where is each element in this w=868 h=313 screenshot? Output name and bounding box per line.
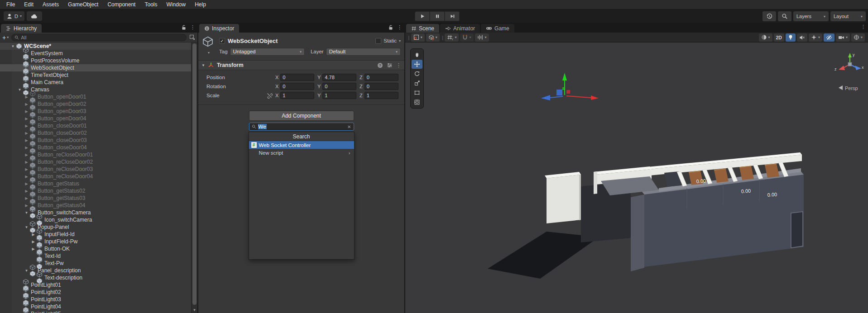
hierarchy-row[interactable]: ▶ Button_openDoor02 xyxy=(0,100,191,108)
hierarchy-row[interactable]: ▶ Button_closeDoor01 xyxy=(0,122,191,129)
menu-item[interactable]: Window xyxy=(162,0,190,9)
foldout-arrow[interactable]: ▶ xyxy=(24,175,29,179)
transform-component-header[interactable]: ▼ Transform ? ⋮ xyxy=(198,60,404,70)
hierarchy-row[interactable]: ▶ InputField-Pw xyxy=(0,238,191,245)
layout-dropdown[interactable]: Layout▾ xyxy=(830,11,866,21)
axis-value-field[interactable]: 0 xyxy=(280,74,314,81)
clear-search-icon[interactable]: ✕ xyxy=(347,124,351,129)
foldout-arrow[interactable]: ▶ xyxy=(24,196,29,200)
axis-value-field[interactable]: 1 xyxy=(280,92,314,99)
foldout-arrow[interactable]: ▶ xyxy=(24,204,29,208)
foldout-arrow[interactable]: ▶ xyxy=(24,95,29,99)
foldout-arrow[interactable]: ▶ xyxy=(24,146,29,150)
active-checkbox[interactable]: ✓ xyxy=(219,38,225,44)
add-component-button[interactable]: Add Component xyxy=(249,111,354,121)
axis-value-field[interactable]: 0 xyxy=(364,83,398,90)
menu-item[interactable]: Tools xyxy=(140,0,162,9)
axis-value-field[interactable]: 0 xyxy=(364,74,398,81)
menu-item[interactable]: File xyxy=(2,0,19,9)
account-button[interactable]: D ▾ xyxy=(4,11,24,21)
hierarchy-row[interactable]: ▶ Button_getStatus04 xyxy=(0,202,191,209)
effects-button[interactable]: ▾ xyxy=(809,33,822,42)
hierarchy-row[interactable]: Text-Pw xyxy=(0,260,191,267)
axis-value-field[interactable]: 1 xyxy=(322,92,356,99)
foldout-arrow[interactable]: ▶ xyxy=(30,247,36,251)
hierarchy-row[interactable]: ▶ Button_closeDoor02 xyxy=(0,129,191,137)
menu-item[interactable]: Assets xyxy=(38,0,63,9)
foldout-arrow[interactable]: ▼ xyxy=(10,44,16,48)
hierarchy-row[interactable]: ▼ Panel_description xyxy=(0,267,191,274)
hierarchy-row[interactable]: ▶ Button_getStatus xyxy=(0,180,191,187)
foldout-arrow[interactable]: ▶ xyxy=(24,160,29,164)
snap-button[interactable]: ▾ xyxy=(460,33,473,42)
presets-icon[interactable] xyxy=(387,62,393,68)
hierarchy-row[interactable]: ▶ Button_reCloseDoor04 xyxy=(0,173,191,180)
shading-mode-button[interactable]: ▾ xyxy=(759,33,772,42)
foldout-arrow[interactable]: ▶ xyxy=(24,189,29,193)
axis-value-field[interactable]: 4.78 xyxy=(322,74,356,81)
toolbar-grip[interactable]: || xyxy=(407,35,410,40)
hierarchy-row[interactable]: ▶ Button_reCloseDoor02 xyxy=(0,158,191,166)
move-tool[interactable] xyxy=(412,60,422,69)
search-button[interactable] xyxy=(778,11,791,21)
foldout-arrow[interactable]: ▶ xyxy=(24,182,29,186)
toolbar-grip[interactable]: || xyxy=(441,35,444,40)
hierarchy-row[interactable]: Text-Id xyxy=(0,252,191,260)
foldout-arrow[interactable]: ▼ xyxy=(201,63,205,67)
picker-icon[interactable] xyxy=(189,34,195,40)
search-result-item[interactable]: # Web Socket Controller xyxy=(249,141,354,149)
constrain-proportions-icon[interactable] xyxy=(266,92,275,99)
component-search-input[interactable]: We ✕ xyxy=(249,123,354,131)
tag-dropdown[interactable]: Untagged▾ xyxy=(230,48,305,56)
step-button[interactable] xyxy=(445,11,460,21)
chevron-down-icon[interactable]: ▾ xyxy=(399,39,401,43)
layers-dropdown[interactable]: Layers▾ xyxy=(793,11,829,21)
lock-icon[interactable] xyxy=(388,24,393,30)
move-gizmo[interactable] xyxy=(541,73,599,100)
foldout-arrow[interactable]: ▶ xyxy=(24,117,29,121)
menu-item[interactable]: Edit xyxy=(19,0,38,9)
hierarchy-row[interactable]: ▶ InputField-Id xyxy=(0,231,191,238)
play-button[interactable] xyxy=(415,11,430,21)
hierarchy-row[interactable]: ▶ Button_closeDoor04 xyxy=(0,144,191,151)
panel-menu-icon[interactable]: ⋮ xyxy=(861,24,866,29)
scroll-down-icon[interactable]: ▼ xyxy=(192,308,197,312)
rotate-tool[interactable] xyxy=(412,69,422,78)
projection-toggle[interactable]: Persp xyxy=(839,85,858,91)
panel-menu-icon[interactable]: ⋮ xyxy=(397,25,402,30)
hierarchy-row[interactable]: ▶ Button_reCloseDoor01 xyxy=(0,151,191,158)
create-object-button[interactable]: + ▾ xyxy=(2,34,9,41)
chevron-down-icon[interactable]: ▾ xyxy=(208,51,210,55)
tab-scene[interactable]: Scene xyxy=(406,24,439,33)
rect-tool[interactable] xyxy=(412,88,422,97)
cloud-services-button[interactable] xyxy=(27,11,42,21)
grid-visibility-button[interactable]: Y ▾ xyxy=(445,33,459,42)
new-script-item[interactable]: New script › xyxy=(249,149,354,157)
foldout-arrow[interactable]: ▶ xyxy=(24,124,29,128)
view-hand-tool[interactable] xyxy=(412,50,422,59)
audio-toggle-button[interactable] xyxy=(797,33,807,42)
hierarchy-scrollbar[interactable]: ▼ xyxy=(191,43,197,313)
panel-menu-icon[interactable]: ⋮ xyxy=(190,25,195,30)
foldout-arrow[interactable]: ▶ xyxy=(24,109,29,114)
foldout-arrow[interactable]: ▶ xyxy=(30,240,36,244)
foldout-arrow[interactable]: ▼ xyxy=(24,225,29,229)
foldout-arrow[interactable]: ▶ xyxy=(24,131,29,135)
tab-inspector[interactable]: Inspector xyxy=(199,24,239,33)
scene-viewport[interactable]: 0.00 0.00 0.00 xyxy=(405,43,868,313)
help-icon[interactable]: ? xyxy=(377,62,383,68)
tab-animator[interactable]: Animator xyxy=(440,24,480,33)
hierarchy-row[interactable]: Icon_switchCamera xyxy=(0,216,191,223)
scale-tool[interactable] xyxy=(412,79,422,88)
lock-icon[interactable] xyxy=(181,24,187,30)
foldout-arrow[interactable]: ▶ xyxy=(24,138,29,142)
hierarchy-row[interactable]: ▶ Button-OK xyxy=(0,245,191,252)
hierarchy-row[interactable]: ▼ Popup-Panel xyxy=(0,223,191,231)
component-menu-icon[interactable]: ⋮ xyxy=(396,63,401,68)
foldout-arrow[interactable]: ▶ xyxy=(24,167,29,171)
hierarchy-row[interactable]: ▶ Button_getStatus02 xyxy=(0,187,191,194)
layer-dropdown[interactable]: Default▾ xyxy=(326,48,401,56)
undo-history-button[interactable] xyxy=(762,11,776,21)
foldout-arrow[interactable]: ▶ xyxy=(30,232,36,237)
object-name-field[interactable]: WebSocketObject xyxy=(228,38,373,44)
